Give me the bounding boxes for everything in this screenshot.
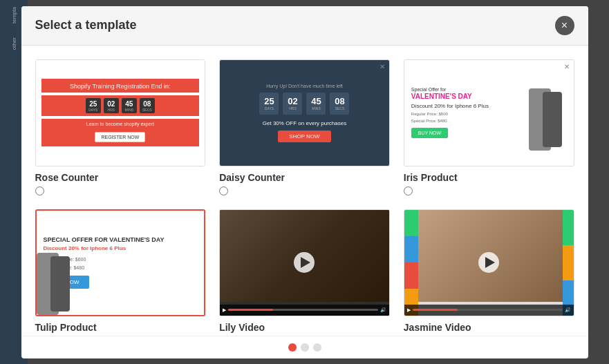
jasmine-left-bars — [404, 210, 418, 316]
template-item-jasmine: ▶ 🔊 Jasmine Video — [404, 209, 574, 336]
template-preview-iris[interactable]: ✕ Special Offer for VALENTINE'S DAY Disc… — [404, 59, 574, 166]
modal-overlay: templa other Select a template × Shopify… — [0, 0, 609, 364]
iris-product-preview: ✕ Special Offer for VALENTINE'S DAY Disc… — [404, 60, 574, 166]
page-dot-1[interactable] — [288, 343, 297, 352]
lily-play-pause-icon[interactable]: ▶ — [223, 307, 226, 313]
template-item-tulip: SPECIAL OFFER FOR VALENTINE'S DAY Discou… — [35, 209, 206, 336]
jasmine-right-bars — [563, 210, 574, 316]
daisy-days-box: 25 DAYS — [259, 93, 279, 115]
lily-volume-icon[interactable]: 🔊 — [380, 307, 386, 313]
iris-text-side: Special Offer for VALENTINE'S DAY Discou… — [411, 87, 529, 137]
tulip-phone-back — [50, 256, 70, 312]
page-dot-2[interactable] — [301, 343, 309, 352]
jasmine-play-pause-icon[interactable]: ▶ — [407, 307, 411, 313]
template-preview-rose[interactable]: Shopify Training Registration End in: 25… — [35, 59, 206, 166]
jasmine-progress-bar[interactable] — [413, 309, 563, 311]
jasmine-bar-red — [404, 262, 418, 289]
template-preview-daisy[interactable]: ✕ Hurry Up! Don't have much time left 25… — [219, 59, 390, 166]
lily-progress-bar[interactable] — [228, 309, 378, 311]
template-item-lily: ▶ 🔊 Lily Video — [219, 209, 390, 336]
jasmine-volume-icon[interactable]: 🔊 — [565, 307, 571, 313]
rose-secs-box: 08 SECS — [140, 98, 155, 113]
tulip-template-name: Tulip Product — [35, 322, 97, 333]
rose-radio[interactable] — [35, 186, 44, 195]
lily-template-name: Lily Video — [219, 322, 265, 333]
lily-progress-fill — [228, 309, 273, 311]
iris-radio[interactable] — [404, 186, 413, 195]
tulip-product-preview: SPECIAL OFFER FOR VALENTINE'S DAY Discou… — [37, 211, 205, 315]
jasmine-right-bar-1 — [563, 210, 574, 245]
daisy-close-icon: ✕ — [380, 63, 385, 70]
sidebar-label-templa: templa — [11, 7, 17, 23]
jasmine-template-name: Jasmine Video — [404, 322, 471, 333]
daisy-mins-box: 45 MINS — [306, 93, 326, 115]
lily-video-controls: ▶ 🔊 — [220, 305, 389, 316]
page-dot-3[interactable] — [313, 343, 321, 352]
daisy-template-name: Daisy Counter — [219, 172, 285, 183]
close-button[interactable]: × — [555, 16, 574, 35]
iris-phone-image — [529, 75, 567, 151]
daisy-shop-btn[interactable]: SHOP NOW — [278, 131, 330, 142]
rose-days-box: 25 DAYS — [86, 98, 101, 113]
rose-template-name: Rose Counter — [35, 172, 99, 183]
jasmine-play-icon — [485, 257, 495, 268]
modal-header: Select a template × — [21, 6, 588, 46]
lily-video-preview: ▶ 🔊 — [220, 210, 389, 316]
modal-body: Shopify Training Registration End in: 25… — [21, 46, 588, 336]
jasmine-video-controls: ▶ 🔊 — [404, 305, 574, 316]
template-item-iris: ✕ Special Offer for VALENTINE'S DAY Disc… — [404, 59, 574, 195]
iris-prices: Regular Price: $600 Special Price: $480 — [411, 111, 525, 124]
lily-play-icon — [301, 257, 310, 268]
jasmine-progress-fill — [413, 309, 458, 311]
daisy-counter-preview: ✕ Hurry Up! Don't have much time left 25… — [220, 60, 389, 166]
template-modal: Select a template × Shopify Training Reg… — [21, 6, 588, 358]
jasmine-bar-blue — [404, 236, 418, 262]
jasmine-video-preview: ▶ 🔊 — [404, 210, 574, 316]
template-item-rose: Shopify Training Registration End in: 25… — [35, 59, 206, 195]
rose-bottom-bar: Learn to become shopify expert REGISTER … — [41, 119, 200, 146]
rose-register-btn[interactable]: REGISTER NOW — [95, 132, 145, 142]
rose-mins-box: 45 MINS — [122, 98, 137, 113]
iris-template-name: Iris Product — [404, 172, 458, 183]
daisy-radio[interactable] — [219, 186, 228, 195]
jasmine-play-button[interactable] — [478, 252, 499, 273]
phone-shape-back — [543, 92, 562, 147]
rose-top-bar: Shopify Training Registration End in: — [41, 79, 200, 93]
iris-buy-btn[interactable]: BUY NOW — [411, 128, 448, 138]
daisy-countdown-row: 25 DAYS 02 HRS 45 MINS — [259, 93, 349, 115]
template-preview-lily[interactable]: ▶ 🔊 — [219, 209, 390, 316]
modal-title: Select a template — [35, 18, 137, 32]
templates-grid: Shopify Training Registration End in: 25… — [35, 59, 574, 336]
jasmine-bar-green — [404, 210, 418, 236]
jasmine-right-bar-2 — [563, 245, 574, 280]
daisy-secs-box: 08 SECS — [330, 93, 349, 115]
template-preview-tulip[interactable]: SPECIAL OFFER FOR VALENTINE'S DAY Discou… — [35, 209, 206, 316]
template-preview-jasmine[interactable]: ▶ 🔊 — [404, 209, 574, 316]
modal-footer — [21, 336, 588, 358]
rose-hrs-box: 02 HRS — [104, 98, 119, 113]
iris-close-icon: ✕ — [564, 63, 570, 70]
rose-counter-preview: Shopify Training Registration End in: 25… — [36, 60, 205, 166]
sidebar-label-other: other — [11, 37, 17, 50]
template-item-daisy: ✕ Hurry Up! Don't have much time left 25… — [219, 59, 390, 195]
rose-countdown-row: 25 DAYS 02 HRS 45 MINS — [41, 95, 200, 116]
daisy-hrs-box: 02 HRS — [283, 93, 302, 115]
